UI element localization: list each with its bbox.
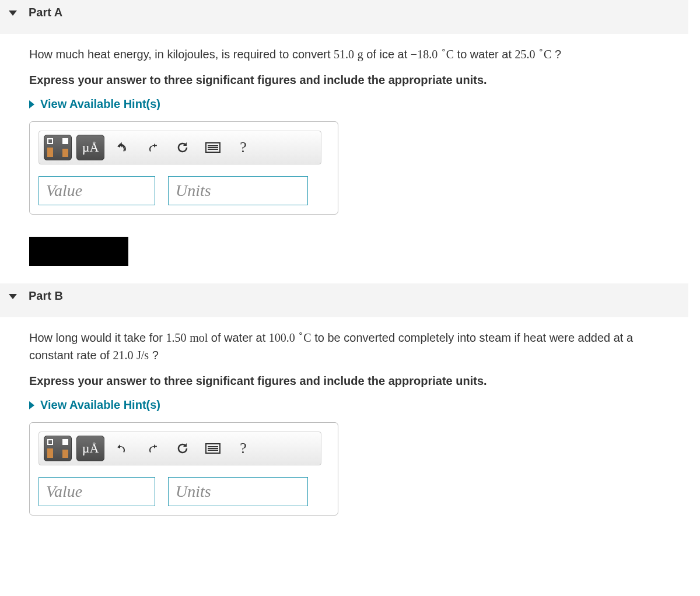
part-b-answer-box: µÅ ? Value Units xyxy=(29,422,338,516)
template-icon xyxy=(47,138,68,157)
part-a-toolbar: µÅ ? xyxy=(38,131,321,164)
part-b-inputs: Value Units xyxy=(38,477,329,506)
qB-rate-unit: J/s xyxy=(136,349,149,362)
qA-qmark: ? xyxy=(555,48,561,61)
units-input[interactable]: Units xyxy=(168,477,308,506)
qB-rate-val: 21.0 xyxy=(113,349,133,362)
part-a-answer-box: µÅ ? Value Units xyxy=(29,121,338,215)
special-char-label: µÅ xyxy=(82,140,99,155)
part-b-toolbar: µÅ ? xyxy=(38,432,321,465)
qA-text2: of ice at xyxy=(366,48,411,61)
template-button[interactable] xyxy=(44,436,72,461)
part-a-question: How much heat energy, in kilojoules, is … xyxy=(29,45,659,63)
help-icon: ? xyxy=(240,139,247,156)
part-a-section: Part A How much heat energy, in kilojoul… xyxy=(0,0,688,266)
part-a-instruction: Express your answer to three significant… xyxy=(29,73,659,87)
qA-c1: C xyxy=(446,48,454,61)
part-b-instruction: Express your answer to three significant… xyxy=(29,374,659,388)
reset-button[interactable] xyxy=(170,135,195,160)
qA-c2: C xyxy=(544,48,551,61)
special-char-label: µÅ xyxy=(82,441,99,456)
qA-t1-val: 18.0 xyxy=(417,48,438,61)
redacted-box xyxy=(29,237,128,266)
part-b-hints-toggle[interactable]: View Available Hint(s) xyxy=(29,398,160,412)
qB-t-val: 100.0 xyxy=(269,331,295,344)
value-placeholder: Value xyxy=(46,482,82,501)
qB-text1: How long would it take for xyxy=(29,331,166,344)
hints-label-a: View Available Hint(s) xyxy=(40,97,160,111)
part-b-section: Part B How long would it take for 1.50 m… xyxy=(0,283,688,527)
qA-mass: 51.0 xyxy=(334,48,354,61)
qA-text3: to water at xyxy=(457,48,515,61)
undo-icon xyxy=(115,141,129,155)
qA-text1: How much heat energy, in kilojoules, is … xyxy=(29,48,334,61)
help-button[interactable]: ? xyxy=(230,135,256,160)
keyboard-button[interactable] xyxy=(200,135,226,160)
part-a-header[interactable]: Part A xyxy=(0,0,688,34)
caret-right-icon xyxy=(29,100,34,108)
redo-button[interactable] xyxy=(139,135,165,160)
reset-icon xyxy=(176,441,190,455)
redo-icon xyxy=(145,441,159,455)
hints-label-b: View Available Hint(s) xyxy=(40,398,160,412)
qB-mol-unit: mol xyxy=(190,331,208,344)
redo-icon xyxy=(145,141,159,155)
help-button[interactable]: ? xyxy=(230,436,256,461)
units-input[interactable]: Units xyxy=(168,176,308,205)
part-a-title: Part A xyxy=(29,6,62,19)
caret-down-icon xyxy=(9,294,17,299)
part-a-body: How much heat energy, in kilojoules, is … xyxy=(0,34,688,226)
redo-button[interactable] xyxy=(139,436,165,461)
qA-t2-val: 25.0 xyxy=(515,48,536,61)
special-char-button[interactable]: µÅ xyxy=(76,135,104,160)
keyboard-icon xyxy=(205,142,220,153)
qB-qmark: ? xyxy=(152,349,159,362)
units-placeholder: Units xyxy=(176,482,211,501)
value-input[interactable]: Value xyxy=(38,176,155,205)
caret-down-icon xyxy=(9,10,17,16)
undo-button[interactable] xyxy=(109,135,135,160)
keyboard-icon xyxy=(205,443,220,454)
units-placeholder: Units xyxy=(176,181,211,200)
qB-mol-val: 1.50 xyxy=(166,331,187,344)
template-icon xyxy=(47,439,68,458)
caret-right-icon xyxy=(29,401,34,409)
part-b-header[interactable]: Part B xyxy=(0,283,688,317)
part-b-body: How long would it take for 1.50 mol of w… xyxy=(0,317,688,527)
special-char-button[interactable]: µÅ xyxy=(76,436,104,461)
qB-c: C xyxy=(303,331,311,344)
reset-button[interactable] xyxy=(170,436,195,461)
qA-mass-unit: g xyxy=(358,48,363,61)
template-button[interactable] xyxy=(44,135,72,160)
qA-deg2: ∘ xyxy=(538,45,544,54)
reset-icon xyxy=(176,141,190,155)
part-b-question: How long would it take for 1.50 mol of w… xyxy=(29,329,659,364)
part-b-title: Part B xyxy=(29,289,63,303)
value-placeholder: Value xyxy=(46,181,82,200)
keyboard-button[interactable] xyxy=(200,436,226,461)
qB-deg: ∘ xyxy=(298,329,303,338)
undo-button[interactable] xyxy=(109,436,135,461)
value-input[interactable]: Value xyxy=(38,477,155,506)
undo-icon xyxy=(115,441,129,455)
part-a-inputs: Value Units xyxy=(38,176,329,205)
qA-deg1: ∘ xyxy=(441,45,446,54)
help-icon: ? xyxy=(240,440,247,457)
qB-text2: of water at xyxy=(211,331,269,344)
part-a-hints-toggle[interactable]: View Available Hint(s) xyxy=(29,97,160,111)
qA-t1-sign: − xyxy=(411,48,417,61)
